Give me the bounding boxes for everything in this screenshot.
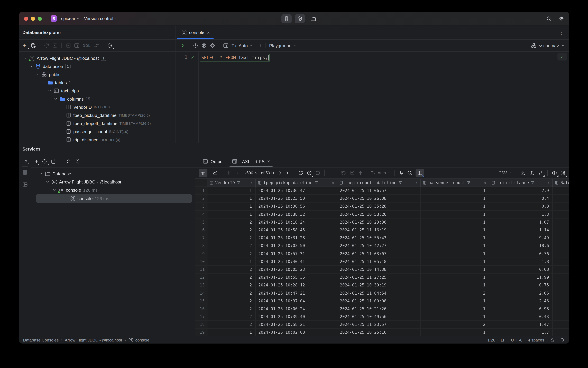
revert-changes-button[interactable] [341, 170, 346, 176]
pin-tab-button[interactable] [399, 170, 404, 176]
row-number[interactable]: 10 [195, 258, 207, 265]
tree-item-database[interactable]: datafusion 1 [19, 62, 176, 70]
tree-item-console-result-selected[interactable]: console 126 ms [36, 194, 192, 203]
cell-vendorid[interactable]: 2 [207, 242, 256, 249]
jump-to-console-button[interactable] [65, 43, 71, 48]
header-passenger-count[interactable]: passenger_count [421, 179, 489, 186]
cell-rate[interactable] [553, 242, 569, 249]
sort-icon[interactable] [250, 181, 253, 184]
cell-trip-distance[interactable]: 1.8 [489, 258, 553, 265]
disconnect-button[interactable] [52, 43, 58, 48]
open-in-new-tab-button[interactable] [51, 159, 56, 164]
cell-dropoff-datetime[interactable]: 2024-01-25 10:53:20 [337, 211, 421, 218]
cell-pickup-datetime[interactable]: 2024-01-25 10:03:50 [256, 242, 337, 249]
cell-vendorid[interactable]: 1 [207, 211, 256, 218]
cell-passenger-count[interactable]: 1 [421, 313, 489, 321]
cell-rate[interactable] [553, 187, 569, 194]
tab-options-button[interactable]: ⋮ [559, 29, 564, 36]
chevron-down-icon[interactable] [47, 89, 52, 93]
cell-vendorid[interactable]: 2 [207, 321, 256, 328]
cell-dropoff-datetime[interactable]: 2024-01-25 10:42:27 [337, 242, 421, 249]
sort-icon[interactable] [547, 181, 550, 184]
layout-stripe-button[interactable] [22, 182, 28, 187]
cell-vendorid[interactable]: 1 [207, 258, 256, 265]
project-files-button[interactable] [308, 14, 318, 23]
cell-pickup-datetime[interactable]: 2024-01-25 10:57:31 [256, 250, 337, 258]
sort-icon[interactable] [415, 181, 418, 184]
cell-passenger-count[interactable]: 1 [421, 234, 489, 242]
cell-trip-distance[interactable]: 0.68 [489, 266, 553, 273]
project-selector[interactable]: spiceai [61, 16, 80, 21]
cell-dropoff-datetime[interactable]: 2024-01-25 11:04:54 [337, 289, 421, 297]
cell-passenger-count[interactable]: 1 [421, 282, 489, 289]
cell-dropoff-datetime[interactable]: 2024-01-25 10:55:43 [337, 234, 421, 242]
cell-rate[interactable] [553, 226, 569, 234]
tree-item-column[interactable]: passenger_count BIGINT(19) [19, 128, 176, 136]
cell-pickup-datetime[interactable]: 2024-01-25 10:06:24 [256, 305, 337, 313]
cell-trip-distance[interactable]: 0.76 [489, 250, 553, 258]
cell-passenger-count[interactable]: 1 [421, 274, 489, 281]
refresh-button[interactable] [44, 43, 49, 48]
corner-cell[interactable] [195, 179, 207, 186]
filter-funnel-icon[interactable] [398, 181, 402, 185]
cell-pickup-datetime[interactable]: 2024-01-25 10:37:04 [256, 297, 337, 305]
row-number[interactable]: 5 [195, 219, 207, 226]
cell-trip-distance[interactable]: 1.07 [489, 219, 553, 226]
cell-rate[interactable] [553, 289, 569, 297]
run-tool-button[interactable] [295, 14, 305, 23]
import-data-button[interactable] [529, 170, 534, 176]
file-encoding[interactable]: UTF-8 [511, 338, 523, 342]
export-format-selector[interactable]: CSV [499, 171, 512, 175]
collapse-all-button[interactable] [75, 159, 80, 164]
cell-rate[interactable] [553, 266, 569, 273]
readonly-toggle[interactable] [550, 338, 554, 342]
cell-pickup-datetime[interactable]: 2024-01-25 10:23:50 [256, 195, 337, 202]
table-view-button[interactable] [199, 169, 207, 177]
breadcrumb-database-consoles[interactable]: Database Consoles [23, 338, 59, 342]
filter-panel-button[interactable] [416, 169, 424, 177]
tree-item-table[interactable]: taxi_trips [19, 87, 176, 95]
row-number[interactable]: 14 [195, 289, 207, 297]
settings-button[interactable] [559, 16, 564, 21]
search-everywhere-button[interactable] [546, 16, 552, 21]
filter-funnel-icon[interactable] [237, 181, 241, 185]
cell-vendorid[interactable]: 2 [207, 305, 256, 313]
cell-passenger-count[interactable]: 1 [421, 187, 489, 194]
header-dropoff-datetime[interactable]: tpep_dropoff_datetime [337, 179, 421, 186]
row-number[interactable]: 15 [195, 297, 207, 305]
add-service-button[interactable]: + [35, 159, 38, 164]
find-in-grid-button[interactable] [407, 170, 412, 176]
cell-passenger-count[interactable]: 2 [421, 321, 489, 328]
tree-item-datasource[interactable]: Arrow Flight JDBC - @localhost [31, 178, 195, 186]
cell-trip-distance[interactable]: 0.98 [489, 305, 553, 313]
open-table-button[interactable] [74, 43, 80, 48]
row-number[interactable]: 13 [195, 282, 207, 289]
chevron-down-icon[interactable] [54, 97, 58, 101]
cell-trip-distance[interactable]: 9.49 [489, 234, 553, 242]
row-number[interactable]: 19 [195, 329, 207, 336]
cell-vendorid[interactable]: 1 [207, 187, 256, 194]
cell-vendorid[interactable]: 1 [207, 329, 256, 336]
indent-setting[interactable]: 4 spaces [528, 338, 544, 342]
reload-page-button[interactable] [298, 170, 303, 176]
upload-changes-button[interactable] [349, 170, 355, 176]
console-settings-button[interactable] [210, 43, 215, 48]
chevron-down-icon[interactable] [45, 180, 50, 184]
cell-trip-distance[interactable]: 1.47 [489, 321, 553, 328]
cell-trip-distance[interactable]: 2.46 [489, 297, 553, 305]
cell-dropoff-datetime[interactable]: 2024-01-25 10:26:08 [337, 195, 421, 202]
cell-pickup-datetime[interactable]: 2024-01-25 10:28:12 [256, 282, 337, 289]
cell-passenger-count[interactable]: 1 [421, 195, 489, 202]
schema-selector[interactable]: <schema> [531, 43, 569, 48]
breadcrumb-datasource[interactable]: Arrow Flight JDBC - @localhost [65, 338, 122, 342]
cell-pickup-datetime[interactable]: 2024-01-25 10:02:08 [256, 329, 337, 336]
row-number[interactable]: 17 [195, 313, 207, 321]
playground-selector[interactable]: Playground [269, 43, 296, 48]
cell-rate[interactable] [553, 274, 569, 281]
cell-trip-distance[interactable]: 1.7 [489, 329, 553, 336]
row-number[interactable]: 8 [195, 242, 207, 249]
cell-dropoff-datetime[interactable]: 2024-01-25 10:25:10 [337, 329, 421, 336]
cell-trip-distance[interactable]: 1.14 [489, 226, 553, 234]
cell-rate[interactable] [553, 282, 569, 289]
header-trip-distance[interactable]: trip_distance [489, 179, 553, 186]
